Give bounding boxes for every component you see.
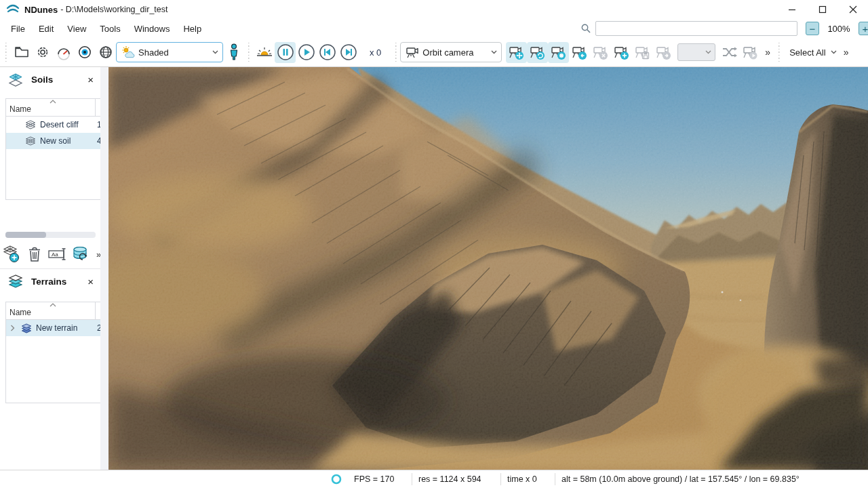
app-name: NDunes [24,5,58,15]
camera-delete-icon [592,44,610,60]
step-forward-button[interactable] [338,42,359,63]
sunrise-time-button[interactable] [254,42,275,63]
render-view-button[interactable] [74,42,95,63]
camera-mode-value: Orbit camera [422,47,473,58]
step-back-button[interactable] [317,42,338,63]
toolbar-grip[interactable] [5,43,7,62]
camera-icon [405,45,420,59]
camera-orbit-button[interactable] [527,42,548,63]
terrain-render [108,67,868,470]
menu-view[interactable]: View [60,21,93,37]
column-separator[interactable] [95,99,96,117]
menu-tools[interactable]: Tools [93,21,127,37]
soil-name: New soil [40,136,71,146]
maximize-button[interactable] [807,0,837,19]
globe-icon [98,44,114,60]
soil-database-button[interactable] [69,243,92,265]
status-time: time x 0 [507,474,537,484]
menu-bar: File Edit View Tools Windows Help − 100%… [0,19,868,38]
status-fps: FPS = 170 [354,474,394,484]
terrains-table-header[interactable]: Name [6,302,100,320]
status-position: alt = 58m (10.0m above ground) / lat = 1… [561,474,800,484]
shading-mode-select[interactable]: Shaded [116,42,223,62]
search-icon [580,23,591,34]
camera-move-button[interactable] [506,42,527,63]
camera-prev-icon [571,44,589,60]
open-folder-button[interactable] [11,42,32,63]
soil-name: Desert cliff [40,120,78,129]
menu-file[interactable]: File [4,21,32,37]
toolbar-overflow[interactable]: » [761,47,774,58]
performance-button[interactable] [53,42,74,63]
status-separator [412,473,412,485]
menu-windows[interactable]: Windows [127,21,177,37]
soils-close-button[interactable]: × [87,75,94,85]
chevron-down-icon [831,50,837,54]
soil-row-desert-cliff[interactable]: Desert cliff 1 [6,117,100,133]
database-refresh-icon [71,245,90,263]
rename-icon: Aa [47,247,68,262]
expand-chevron-icon[interactable] [10,325,15,331]
soils-panel-header: Soils × [0,67,100,92]
walk-mode-button[interactable] [223,42,244,63]
terrain-row-new-terrain[interactable]: New terrain 2 [6,320,100,336]
soils-scrollbar[interactable] [5,232,96,238]
toolbar-grip[interactable] [248,43,250,62]
soils-column-name: Name [9,104,31,114]
select-mode-dropdown[interactable]: Select All [784,47,839,58]
select-toolbar-overflow[interactable]: » [840,47,853,58]
viewport-3d[interactable] [108,67,868,470]
camera-add-button[interactable] [611,42,632,63]
soils-panel: Soils × Name Desert cliff 1 [0,67,100,268]
select-mode-value: Select All [789,47,825,58]
world-button[interactable] [95,42,116,63]
sort-ascending-icon [50,100,56,104]
gauge-icon [56,44,72,60]
chevron-down-icon [491,50,497,54]
soil-row-new-soil[interactable]: New soil 46 [6,133,100,149]
shuffle-icon [722,45,738,59]
menu-edit[interactable]: Edit [32,21,60,37]
camera-mode-select[interactable]: Orbit camera [400,42,502,62]
camera-prev-button[interactable] [569,42,590,63]
camera-delete-button[interactable] [590,42,611,63]
soils-panel-title: Soils [31,75,53,85]
camera-preset-select[interactable] [677,43,715,61]
add-soil-button[interactable] [0,243,23,265]
camera-animation-button[interactable] [740,42,761,63]
zoom-in-button[interactable]: + [859,22,868,35]
play-button[interactable] [296,42,317,63]
soil-layer-icon [25,120,36,129]
terrains-close-button[interactable]: × [87,277,94,287]
camera-next-button[interactable] [653,42,674,63]
status-resolution: res = 1124 x 594 [418,474,481,484]
soils-scrollbar-thumb[interactable] [5,232,46,238]
toolbar-grip[interactable] [778,43,781,62]
soils-table-header[interactable]: Name [6,99,100,117]
settings-button[interactable] [32,42,53,63]
document-path: - D:\Models\working_dir_test [60,5,167,14]
camera-save-button[interactable] [632,42,653,63]
skip-back-icon [319,43,336,61]
camera-orbit-icon [529,44,547,60]
terrains-panel-title: Terrains [31,277,66,287]
minimize-button[interactable] [776,0,807,19]
pause-button[interactable] [275,42,296,63]
close-button[interactable] [837,0,868,19]
camera-play-icon [742,44,760,60]
terrains-table: Name New terrain 2 [5,302,101,403]
terrains-panel: Terrains × Name New terrain [0,269,100,470]
delete-soil-button[interactable] [23,243,46,265]
sidebar-splitter[interactable] [100,67,108,470]
shuffle-cameras-button[interactable] [719,42,740,63]
terrains-panel-header: Terrains × [0,269,100,294]
search-input[interactable] [595,21,797,36]
eye-icon [77,44,93,60]
menu-help[interactable]: Help [176,21,208,37]
rename-soil-button[interactable]: Aa [46,243,69,265]
chevron-down-icon [212,50,218,54]
camera-reset-button[interactable] [548,42,569,63]
toolbar-grip[interactable] [394,43,397,62]
column-separator[interactable] [95,302,96,320]
zoom-out-button[interactable]: − [806,22,819,35]
